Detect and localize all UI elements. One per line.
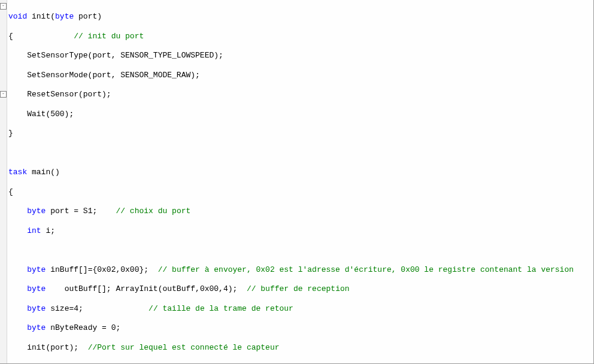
kw-byte-port: byte [27,207,46,216]
blank-1 [8,148,593,158]
line-init-1: SetSensorType(port, SENSOR_TYPE_LOWSPEED… [8,51,593,60]
kw-byte: byte [55,12,74,21]
kw-void: void [8,12,27,21]
i-code: i; [41,226,55,235]
line-port: byte port = S1; // choix du port [8,207,593,216]
kw-task: task [8,168,27,177]
port-code: port = S1; [46,207,116,216]
fn-name: init( [27,12,55,21]
cm-port: // choix du port [116,207,190,216]
fn-rest: port) [74,12,102,21]
fold-icon-main[interactable]: - [0,91,7,98]
initcall-code: init(port); [27,343,87,352]
cm-outbuff: // buffer de reception [247,284,350,293]
line-main-open: { [8,187,593,197]
line-inbuff: byte inBuff[]={0x02,0x00}; // buffer à e… [8,265,593,275]
cm-init: // init du port [74,32,144,41]
line-init-2: SetSensorMode(port, SENSOR_MODE_RAW); [8,71,593,80]
cm-size: // taille de la trame de retour [148,304,293,313]
line-init-4: Wait(500); [8,110,593,119]
nbyte-code: nByteReady = 0; [46,323,120,332]
size-code: size=4; [46,304,148,313]
line-outbuff: byte outBuff[]; ArrayInit(outBuff,0x00,4… [8,284,593,294]
kw-byte-size: byte [27,304,46,313]
kw-byte-nbyte: byte [27,323,46,332]
kw-int: int [27,226,41,235]
line-size: byte size=4; // taille de la trame de re… [8,304,593,314]
cm-inbuff: // buffer à envoyer, 0x02 est l'adresse … [158,265,574,274]
code-area: void init(byte port) { // init du port S… [8,0,593,363]
kw-byte-outbuff: byte [27,284,46,293]
main-rest: main() [27,168,60,177]
line-init-3: ResetSensor(port); [8,90,593,99]
line-init-open: { // init du port [8,32,593,41]
line-init-close: } [8,129,593,138]
kw-byte-inbuff: byte [27,265,46,274]
line-nbyte: byte nByteReady = 0; [8,323,593,333]
blank-2 [8,245,593,255]
inbuff-code: inBuff[]={0x02,0x00}; [46,265,157,274]
line-main-header: task main() [8,168,593,177]
line-initcall: init(port); //Port sur lequel est connec… [8,343,593,353]
brace-open: { [8,32,74,41]
line-init-header: void init(byte port) [8,12,593,22]
fold-icon-init[interactable]: - [0,3,7,10]
outbuff-code: outBuff[]; ArrayInit(outBuff,0x00,4); [46,284,246,293]
fold-gutter: - - [0,0,7,363]
line-i: int i; [8,226,593,236]
cm-initcall: //Port sur lequel est connecté le capteu… [88,343,280,352]
